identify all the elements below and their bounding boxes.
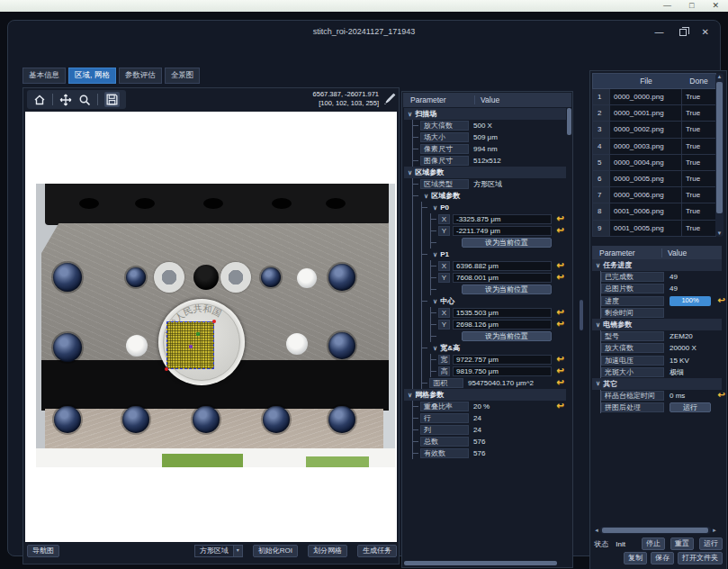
- reset-button[interactable]: 重置: [670, 537, 694, 550]
- chevron-down-icon[interactable]: ▾: [234, 545, 243, 557]
- chevron-down-icon[interactable]: ∨: [408, 392, 412, 399]
- outer-close-icon[interactable]: ✕: [712, 2, 719, 10]
- subgroup-p0[interactable]: ∨P0: [422, 202, 566, 213]
- run-post-process-button[interactable]: 运行: [670, 402, 711, 412]
- roi-corner-marker[interactable]: [165, 367, 168, 371]
- open-folder-button[interactable]: 打开文件夹: [678, 552, 723, 564]
- save-button[interactable]: 保存: [651, 552, 674, 564]
- undo-icon[interactable]: ↩: [557, 308, 564, 317]
- app-titlebar[interactable]: stitch_roi-20241127_171943 — ✕: [8, 21, 720, 44]
- group-grid-params[interactable]: ∨网格参数: [404, 389, 566, 401]
- undo-icon[interactable]: ↩: [557, 214, 564, 223]
- init-roi-button[interactable]: 初始化ROI: [253, 545, 298, 557]
- group-task-progress[interactable]: ∨任务进度: [592, 259, 722, 271]
- pan-icon[interactable]: [59, 94, 72, 106]
- set-current-position-button[interactable]: 设为当前位置: [462, 284, 552, 294]
- subgroup-center[interactable]: ∨中心: [422, 295, 566, 307]
- value-field[interactable]: 1535.503 μm: [453, 308, 552, 318]
- undo-icon[interactable]: ↩: [557, 261, 564, 270]
- stop-button[interactable]: 停止: [642, 537, 665, 550]
- table-row[interactable]: 2 0000_0001.png True: [592, 105, 716, 122]
- chevron-down-icon[interactable]: ∨: [596, 321, 600, 329]
- run-button[interactable]: 运行: [699, 537, 723, 550]
- undo-icon[interactable]: ↩: [557, 273, 564, 282]
- scroll-up-icon[interactable]: ▲: [715, 74, 724, 79]
- tree-horizontal-scrollbar[interactable]: [404, 561, 557, 565]
- nav-map-button[interactable]: 导航图: [27, 545, 59, 557]
- chevron-down-icon[interactable]: ∨: [433, 204, 437, 212]
- group-region-params[interactable]: ∨区域参数: [404, 167, 566, 178]
- save-icon[interactable]: [104, 92, 120, 107]
- group-sem-params[interactable]: ∨电镜参数: [592, 319, 722, 330]
- tree-vertical-scrollbar[interactable]: [567, 108, 571, 135]
- value-field[interactable]: 6396.882 μm: [453, 261, 552, 271]
- undo-icon[interactable]: ↩: [557, 320, 564, 329]
- subgroup-region-params[interactable]: ∨区域参数: [413, 190, 566, 202]
- chevron-down-icon[interactable]: ∨: [596, 380, 600, 387]
- table-row[interactable]: 6 0000_0005.png True: [592, 171, 716, 187]
- table-row[interactable]: 5 0000_0004.png True: [592, 155, 716, 171]
- image-canvas[interactable]: 中华人民共和国: [25, 112, 397, 542]
- roi-grid-overlay[interactable]: [166, 321, 214, 369]
- chevron-down-icon[interactable]: ∨: [433, 298, 437, 305]
- scroll-down-icon[interactable]: ▼: [715, 230, 724, 236]
- value-field[interactable]: -2211.749 μm: [453, 226, 552, 236]
- done-flag: True: [682, 175, 715, 183]
- group-scan-field[interactable]: ∨扫描场: [404, 108, 566, 120]
- progress-bar[interactable]: 100%: [670, 296, 711, 306]
- file-table-scrollbar[interactable]: ▲ ▼: [715, 73, 724, 237]
- table-row[interactable]: 7 0000_0006.png True: [592, 187, 716, 203]
- undo-icon[interactable]: ↩: [557, 355, 564, 364]
- scroll-right-icon[interactable]: ►: [711, 528, 717, 533]
- panel-splitter[interactable]: [575, 70, 588, 568]
- tab-region-grid[interactable]: 区域, 网格: [68, 68, 116, 84]
- outer-minimize-icon[interactable]: —: [663, 2, 671, 10]
- minimize-icon[interactable]: —: [655, 28, 664, 37]
- outer-maximize-icon[interactable]: □: [689, 2, 694, 10]
- set-current-position-button[interactable]: 设为当前位置: [462, 331, 552, 341]
- tab-panorama[interactable]: 全景图: [165, 68, 201, 84]
- undo-icon[interactable]: ↩: [718, 391, 725, 400]
- region-type-select[interactable]: 方形区域 ▾: [194, 545, 243, 557]
- value-field[interactable]: 9819.750 μm: [453, 366, 552, 376]
- chevron-down-icon[interactable]: ∨: [424, 193, 428, 200]
- table-row[interactable]: 8 0001_0006.png True: [592, 203, 716, 220]
- divide-grid-button[interactable]: 划分网格: [308, 545, 347, 557]
- home-icon[interactable]: [33, 94, 46, 106]
- right-horizontal-scrollbar[interactable]: ◄ ►: [594, 526, 717, 534]
- undo-icon[interactable]: ↩: [557, 226, 564, 235]
- chevron-down-icon[interactable]: ∨: [433, 345, 437, 352]
- subgroup-p1[interactable]: ∨P1: [422, 248, 566, 260]
- table-row[interactable]: 4 0000_0003.png True: [592, 139, 716, 155]
- value-field[interactable]: -3325.875 μm: [453, 214, 552, 224]
- chevron-down-icon[interactable]: ∨: [596, 262, 600, 269]
- scrollbar-thumb[interactable]: [602, 528, 708, 533]
- generate-task-button[interactable]: 生成任务: [357, 545, 397, 557]
- undo-icon[interactable]: ↩: [557, 378, 564, 387]
- scroll-left-icon[interactable]: ◄: [594, 528, 600, 533]
- subgroup-width-height[interactable]: ∨宽&高: [422, 342, 566, 354]
- chevron-down-icon[interactable]: ∨: [433, 251, 437, 258]
- value-field[interactable]: 2698.126 μm: [453, 320, 552, 330]
- undo-icon[interactable]: ↩: [557, 402, 564, 411]
- chevron-down-icon[interactable]: ∨: [408, 169, 412, 176]
- roi-corner-marker[interactable]: [212, 320, 216, 323]
- copy-button[interactable]: 复制: [624, 552, 647, 564]
- scrollbar-thumb[interactable]: [716, 82, 723, 213]
- table-row[interactable]: 9 0001_0005.png True: [592, 221, 716, 237]
- brush-icon[interactable]: [382, 92, 396, 106]
- chevron-down-icon[interactable]: ∨: [408, 111, 412, 118]
- tab-basic-info[interactable]: 基本信息: [22, 68, 66, 84]
- close-icon[interactable]: ✕: [702, 28, 709, 37]
- table-row[interactable]: 3 0000_0002.png True: [592, 122, 716, 138]
- undo-icon[interactable]: ↩: [557, 366, 564, 375]
- set-current-position-button[interactable]: 设为当前位置: [462, 238, 552, 248]
- tab-param-eval[interactable]: 参数评估: [119, 68, 162, 84]
- table-row[interactable]: 1 0000_0000.png True: [592, 89, 716, 105]
- value-field[interactable]: 9722.757 μm: [453, 355, 552, 365]
- value-field[interactable]: 7608.001 μm: [453, 273, 552, 283]
- restore-icon[interactable]: [679, 29, 687, 36]
- group-other[interactable]: ∨其它: [592, 378, 722, 390]
- zoom-icon[interactable]: [78, 94, 91, 106]
- undo-icon[interactable]: ↩: [718, 296, 725, 305]
